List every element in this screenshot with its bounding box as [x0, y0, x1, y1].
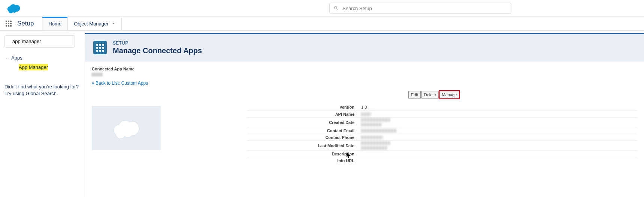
app-launcher-button[interactable]: [0, 17, 17, 30]
apps-icon: [96, 44, 104, 52]
field-label-contact-phone: Contact Phone: [247, 135, 361, 140]
context-title: Setup: [17, 17, 42, 30]
field-label-description: Description: [247, 152, 361, 156]
tree-node-apps[interactable]: Apps: [4, 54, 80, 62]
record-action-toolbar: Edit Delete Manage: [230, 91, 637, 98]
cloud-icon: [108, 116, 146, 140]
field-label-info-url: Info URL: [247, 158, 361, 163]
delete-button[interactable]: Delete: [421, 91, 439, 98]
field-value-last-modified-date: [361, 141, 390, 150]
field-value-contact-email: [361, 128, 397, 133]
connected-app-detail: Connected App Name « Back to List: Custo…: [85, 61, 644, 175]
field-label-created-date: Created Date: [247, 120, 361, 125]
tab-object-manager[interactable]: Object Manager: [67, 17, 122, 30]
back-to-list-link[interactable]: « Back to List: Custom Apps: [92, 81, 148, 86]
detail-fields: Version 1.0 API Name Created Date: [247, 104, 637, 164]
field-value-api-name: [361, 112, 371, 116]
field-label-last-modified-date: Last Modified Date: [247, 143, 361, 148]
page-header-eyebrow: SETUP: [113, 40, 202, 46]
search-icon: [333, 6, 339, 11]
field-label-contact-email: Contact Email: [247, 128, 361, 133]
connected-app-name-value: [92, 73, 103, 76]
waffle-icon: [6, 21, 12, 27]
page-header-icon: [93, 41, 107, 54]
chevron-down-icon: [112, 22, 115, 25]
tree-node-apps-label: Apps: [11, 55, 22, 61]
field-value-created-date: [361, 118, 390, 127]
page-title: Manage Connected Apps: [113, 46, 202, 55]
app-logo-thumbnail: [92, 106, 161, 150]
global-search[interactable]: [329, 3, 511, 14]
quick-find-input[interactable]: [12, 39, 75, 44]
field-label-version: Version: [247, 105, 361, 109]
context-nav-bar: Setup Home Object Manager: [0, 17, 644, 31]
global-header: [0, 0, 644, 17]
content-pane: SETUP Manage Connected Apps Connected Ap…: [85, 31, 644, 197]
quick-find[interactable]: [4, 35, 75, 48]
tree-leaf-app-manager[interactable]: App Manager: [19, 64, 48, 70]
tab-home[interactable]: Home: [42, 17, 67, 30]
manage-button[interactable]: Manage: [439, 91, 460, 98]
setup-sidebar: Apps App Manager Didn't find what you're…: [0, 31, 85, 197]
page-header: SETUP Manage Connected Apps: [85, 33, 644, 61]
chevron-down-icon: [4, 56, 9, 60]
edit-button[interactable]: Edit: [408, 91, 421, 98]
salesforce-cloud-logo: [5, 2, 22, 14]
connected-app-name-label: Connected App Name: [92, 67, 637, 71]
tab-object-manager-label: Object Manager: [74, 21, 109, 27]
sidebar-hint: Didn't find what you're looking for? Try…: [4, 84, 80, 97]
field-value-version: 1.0: [361, 104, 367, 110]
field-label-api-name: API Name: [247, 112, 361, 116]
global-search-input[interactable]: [342, 6, 507, 11]
field-value-contact-phone: [361, 135, 383, 140]
